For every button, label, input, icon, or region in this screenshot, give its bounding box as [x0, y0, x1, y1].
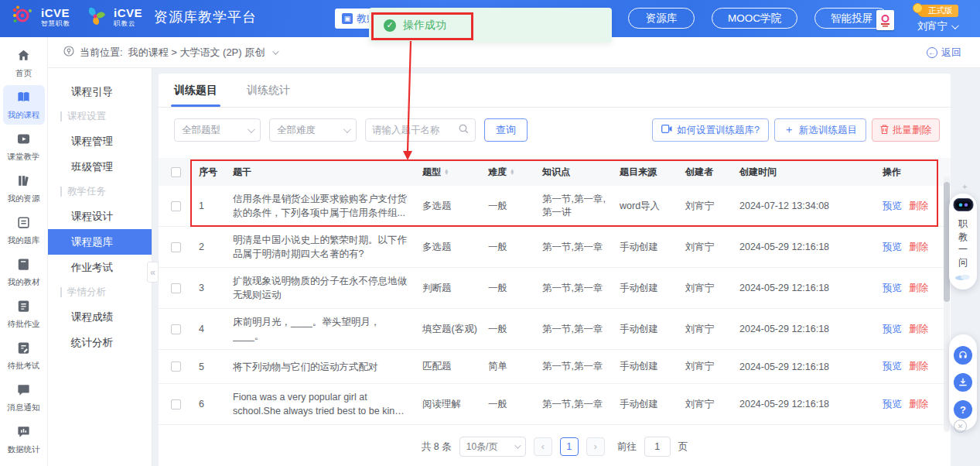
sidebar-item-homework-exams[interactable]: 作业考试	[48, 255, 152, 280]
next-page-button[interactable]: ›	[586, 437, 605, 456]
difficulty: 一般	[488, 200, 542, 213]
tab-training-questions[interactable]: 训练题目	[174, 84, 217, 107]
header-nav-mooc-academy[interactable]: MOOC学院	[712, 8, 797, 29]
rail-item-data-statistics[interactable]: 数据统计	[3, 420, 45, 459]
download-icon	[958, 377, 968, 388]
sidebar-item-statistical-analysis[interactable]: 统计分析	[48, 330, 152, 355]
creator: 刘宵宁	[685, 360, 739, 373]
goto-page-input[interactable]	[644, 437, 671, 457]
sidebar-item-course-management[interactable]: 课程管理	[48, 128, 152, 154]
column-header-2: 题型▲▼	[422, 166, 488, 179]
rail-item-home[interactable]: 首页	[3, 43, 45, 83]
question-type: 匹配题	[422, 360, 488, 373]
sidebar-item-course-guide[interactable]: 课程引导	[48, 79, 152, 105]
row-checkbox[interactable]	[171, 242, 181, 252]
user-menu[interactable]: 刘宵宁	[917, 19, 957, 33]
row-checkbox[interactable]	[171, 361, 181, 372]
preview-link[interactable]: 预览	[883, 242, 902, 252]
sidebar-item-course-grades[interactable]: 课程成绩	[48, 304, 152, 330]
sidebar-item-class-management[interactable]: 班级管理	[48, 154, 152, 180]
rail-item-notifications[interactable]: 消息通知	[3, 378, 45, 417]
close-widgets-icon[interactable]: ✕	[954, 420, 967, 433]
row-checkbox[interactable]	[171, 283, 181, 293]
row-checkbox[interactable]	[171, 201, 181, 211]
help-button[interactable]: ?	[954, 400, 972, 419]
header-nav-resource-library[interactable]: 资源库	[628, 8, 695, 29]
pagination: 共 8 条 10条/页 ‹ 1 › 前往 页	[159, 431, 951, 462]
delete-link[interactable]: 删除	[909, 283, 928, 293]
row-number: 1	[199, 200, 233, 211]
rail-item-pending-homework[interactable]: 待批作业	[3, 294, 45, 334]
rail-item-third-party-apps[interactable]: 第三方应用	[3, 461, 45, 466]
my-resources-icon	[16, 173, 31, 191]
knowledge-point: 第一节,第一章	[542, 323, 620, 336]
batch-delete-button[interactable]: 批量删除	[872, 118, 940, 142]
query-button[interactable]: 查询	[484, 118, 528, 142]
sidebar-collapse-button[interactable]: «	[147, 262, 159, 283]
rail-item-classroom-teaching[interactable]: 课堂教学	[3, 127, 45, 166]
help-setup-button[interactable]: 如何设置训练题库?	[652, 118, 769, 142]
search-icon[interactable]	[459, 123, 469, 137]
customer-service-button[interactable]	[954, 346, 972, 365]
delete-link[interactable]: 删除	[909, 242, 928, 252]
rail-item-my-courses[interactable]: 我的课程	[3, 85, 45, 125]
created-time: 2024-05-29 12:16:18	[739, 361, 883, 372]
column-label: 创建者	[685, 166, 713, 179]
question-source: 手动创建	[620, 282, 685, 295]
preview-link[interactable]: 预览	[883, 399, 902, 409]
sidebar-item-course-question-bank[interactable]: 课程题库	[48, 229, 152, 255]
delete-link[interactable]: 删除	[909, 361, 928, 372]
current-page-button[interactable]: 1	[560, 437, 579, 456]
tab-training-statistics[interactable]: 训练统计	[247, 84, 290, 107]
page-size-select[interactable]: 10条/页	[459, 437, 526, 457]
breadcrumb-path[interactable]: 我的课程 > 大学语文 (2P) 原创	[128, 46, 265, 60]
difficulty-select[interactable]: 全部难度	[269, 118, 357, 142]
assistant-widget[interactable]: 职教一问	[949, 194, 977, 290]
download-button[interactable]	[954, 373, 972, 392]
question-type: 多选题	[422, 200, 488, 213]
row-number: 5	[199, 361, 233, 372]
sidebar-item-course-design[interactable]: 课程设计	[48, 204, 152, 229]
rail-item-pending-exams[interactable]: 待批考试	[3, 336, 45, 375]
row-checkbox[interactable]	[171, 324, 181, 334]
preview-link[interactable]: 预览	[883, 200, 902, 211]
select-all-checkbox[interactable]	[171, 167, 181, 177]
goto-suffix: 页	[678, 440, 688, 454]
notifications-icon	[16, 382, 31, 400]
delete-link[interactable]: 删除	[909, 324, 928, 334]
sort-icon[interactable]: ▲▼	[510, 169, 514, 176]
delete-link[interactable]: 删除	[909, 200, 928, 211]
knowledge-point: 第一节,第一章	[542, 360, 620, 373]
preview-link[interactable]: 预览	[883, 283, 902, 293]
question-source: 手动创建	[620, 398, 685, 411]
sidebar-group-teaching-tasks: 教学任务	[48, 180, 152, 204]
question-type-select[interactable]: 全部题型	[174, 118, 261, 142]
classroom-teaching-icon	[16, 132, 31, 149]
add-training-questions-button[interactable]: ＋ 新选训练题目	[774, 118, 866, 142]
rail-item-my-textbooks[interactable]: 我的教材	[3, 252, 45, 292]
rail-item-my-resources[interactable]: 我的资源	[3, 169, 45, 208]
cert-doc-icon[interactable]	[876, 10, 894, 30]
delete-link[interactable]: 删除	[909, 399, 928, 409]
row-checkbox[interactable]	[171, 399, 181, 409]
table-row: An Act of Kindness I had nothing for bre…	[159, 425, 951, 431]
preview-link[interactable]: 预览	[883, 324, 902, 334]
icve-zhihuizhijiao-logo-icon	[11, 4, 34, 30]
question-type: 判断题	[422, 282, 488, 295]
difficulty: 一般	[488, 323, 542, 336]
table-row: 5将下列动物与它们的运动方式配对匹配题简单第一节,第一章手动创建刘宵宁2024-…	[159, 350, 951, 384]
column-header-7: 创建时间	[739, 166, 883, 179]
sort-icon[interactable]: ▲▼	[444, 169, 449, 176]
stem-search-input[interactable]	[372, 125, 456, 135]
question-stem: 明清是中国小说史上的繁荣时期。以下作品属于明清时期四大名著的有?	[233, 233, 422, 261]
knowledge-point: 第一节,第一章	[542, 241, 620, 254]
rail-item-my-question-bank[interactable]: 我的题库	[3, 211, 45, 250]
row-actions: 预览删除	[883, 398, 951, 411]
preview-link[interactable]: 预览	[883, 361, 902, 372]
prev-page-button[interactable]: ‹	[534, 437, 552, 456]
row-number: 3	[199, 283, 233, 293]
question-stem: 扩散现象说明物质的分子在永不停息地做无规则运动	[233, 274, 422, 302]
back-button[interactable]: ← 返回	[927, 46, 961, 60]
chevron-down-icon[interactable]	[272, 48, 278, 54]
total-count: 共 8 条	[422, 440, 452, 454]
